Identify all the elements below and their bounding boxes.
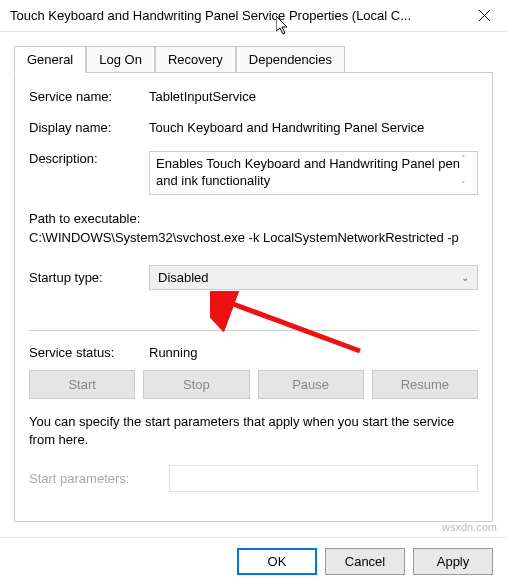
window-title: Touch Keyboard and Handwriting Panel Ser… <box>10 8 411 23</box>
path-label: Path to executable: <box>29 211 478 226</box>
tab-recovery[interactable]: Recovery <box>155 46 236 72</box>
resume-button[interactable]: Resume <box>372 370 478 399</box>
description-label: Description: <box>29 151 149 166</box>
tab-dependencies[interactable]: Dependencies <box>236 46 345 72</box>
scroll-up-icon[interactable]: ˄ <box>461 154 475 166</box>
start-params-note: You can specify the start parameters tha… <box>29 413 478 449</box>
service-status-label: Service status: <box>29 345 149 360</box>
row-service-name: Service name: TabletInputService <box>29 89 478 104</box>
service-name-label: Service name: <box>29 89 149 104</box>
pause-button[interactable]: Pause <box>258 370 364 399</box>
description-text: Enables Touch Keyboard and Handwriting P… <box>156 156 460 188</box>
svg-line-0 <box>225 301 360 351</box>
row-startup-type: Startup type: Disabled ⌄ <box>29 265 478 290</box>
tab-strip: General Log On Recovery Dependencies <box>14 46 493 72</box>
path-value: C:\WINDOWS\System32\svchost.exe -k Local… <box>29 230 459 245</box>
startup-type-label: Startup type: <box>29 270 149 285</box>
service-status-value: Running <box>149 345 478 360</box>
display-name-label: Display name: <box>29 120 149 135</box>
tab-general[interactable]: General <box>14 46 86 73</box>
apply-button[interactable]: Apply <box>413 548 493 575</box>
titlebar: Touch Keyboard and Handwriting Panel Ser… <box>0 0 507 32</box>
dialog-content: General Log On Recovery Dependencies Ser… <box>0 32 507 534</box>
start-parameters-label: Start parameters: <box>29 471 169 486</box>
stop-button[interactable]: Stop <box>143 370 249 399</box>
row-description: Description: Enables Touch Keyboard and … <box>29 151 478 195</box>
separator <box>29 330 478 331</box>
description-scroll[interactable]: ˄ ˅ <box>461 154 475 192</box>
tab-logon[interactable]: Log On <box>86 46 155 72</box>
tab-panel-general: Service name: TabletInputService Display… <box>14 72 493 522</box>
start-button[interactable]: Start <box>29 370 135 399</box>
row-start-parameters: Start parameters: <box>29 465 478 492</box>
startup-type-value: Disabled <box>158 270 209 285</box>
chevron-down-icon: ⌄ <box>461 272 469 283</box>
service-name-value: TabletInputService <box>149 89 478 104</box>
ok-button[interactable]: OK <box>237 548 317 575</box>
cancel-button[interactable]: Cancel <box>325 548 405 575</box>
row-path: Path to executable: C:\WINDOWS\System32\… <box>29 211 478 245</box>
startup-type-select[interactable]: Disabled ⌄ <box>149 265 478 290</box>
scroll-down-icon[interactable]: ˅ <box>461 180 475 192</box>
description-box[interactable]: Enables Touch Keyboard and Handwriting P… <box>149 151 478 195</box>
start-parameters-input[interactable] <box>169 465 478 492</box>
close-button[interactable] <box>462 0 507 32</box>
close-icon <box>479 10 490 21</box>
service-control-buttons: Start Stop Pause Resume <box>29 370 478 399</box>
row-service-status: Service status: Running <box>29 345 478 360</box>
display-name-value: Touch Keyboard and Handwriting Panel Ser… <box>149 120 478 135</box>
watermark: wsxdn.com <box>442 521 497 533</box>
dialog-button-row: OK Cancel Apply <box>0 537 507 585</box>
row-display-name: Display name: Touch Keyboard and Handwri… <box>29 120 478 135</box>
